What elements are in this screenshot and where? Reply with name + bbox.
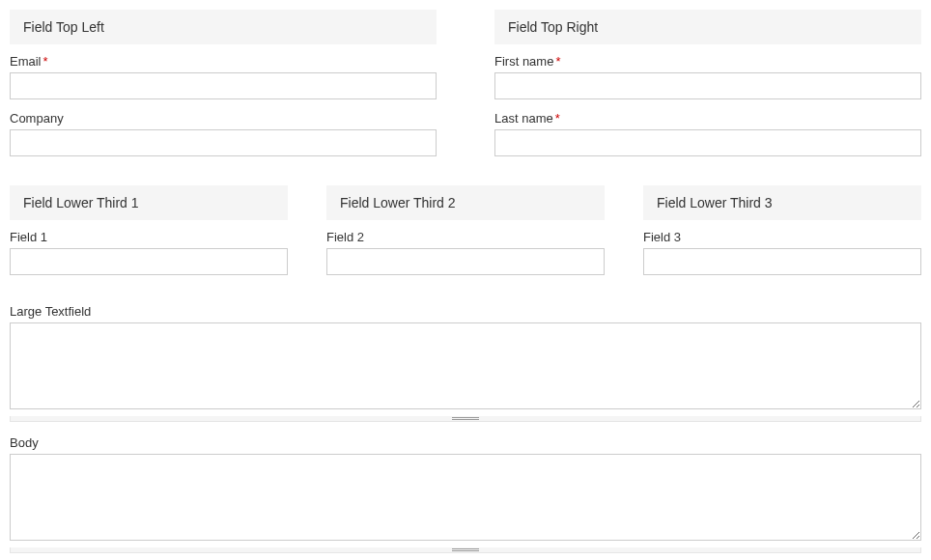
grip-lines-icon xyxy=(452,417,479,420)
email-label: Email* xyxy=(10,54,437,69)
last-name-field[interactable] xyxy=(494,129,921,156)
required-marker: * xyxy=(555,111,560,126)
company-field[interactable] xyxy=(10,129,437,156)
grip-lines-icon xyxy=(452,548,479,551)
resize-grip[interactable] xyxy=(10,547,921,553)
field-3-input[interactable] xyxy=(643,248,921,275)
required-marker: * xyxy=(555,54,560,69)
last-name-label: Last name* xyxy=(494,111,921,126)
resize-grip[interactable] xyxy=(10,416,921,422)
section-header-lower-1: Field Lower Third 1 xyxy=(10,185,288,220)
body-label: Body xyxy=(10,435,921,450)
field-2-label: Field 2 xyxy=(326,230,605,244)
section-header-lower-2: Field Lower Third 2 xyxy=(326,185,605,220)
section-header-top-right: Field Top Right xyxy=(494,10,921,44)
required-marker: * xyxy=(43,54,48,69)
field-1-input[interactable] xyxy=(10,248,288,275)
field-2-input[interactable] xyxy=(326,248,605,275)
body-textarea[interactable] xyxy=(10,454,921,541)
field-1-label: Field 1 xyxy=(10,230,288,244)
field-3-label: Field 3 xyxy=(643,230,921,244)
first-name-label: First name* xyxy=(494,54,921,69)
section-header-top-left: Field Top Left xyxy=(10,10,437,44)
large-textfield[interactable] xyxy=(10,322,921,409)
large-textfield-label: Large Textfield xyxy=(10,304,921,319)
section-header-lower-3: Field Lower Third 3 xyxy=(643,185,921,220)
first-name-field[interactable] xyxy=(494,72,921,99)
email-field[interactable] xyxy=(10,72,437,99)
company-label: Company xyxy=(10,111,437,126)
